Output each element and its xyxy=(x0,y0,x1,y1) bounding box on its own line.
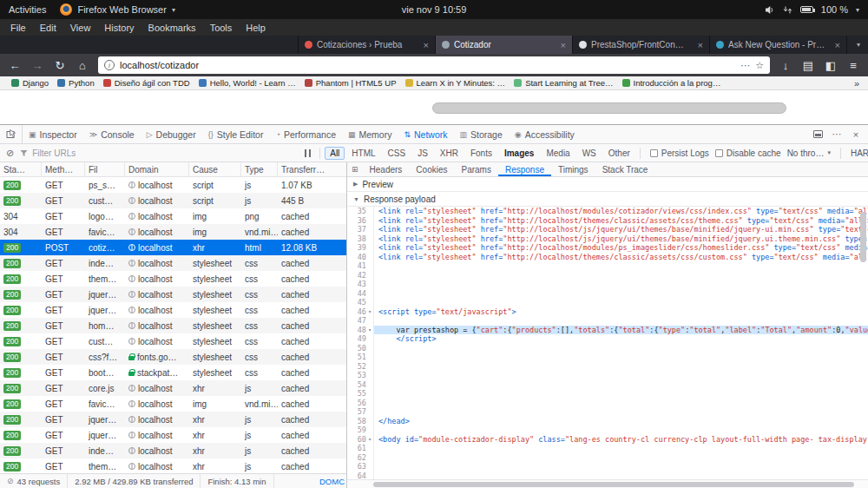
menu-view[interactable]: View xyxy=(63,19,98,36)
page-actions-icon[interactable]: ⋯ xyxy=(740,60,750,71)
bookmark-item[interactable]: Introducción a la prog… xyxy=(618,78,726,88)
request-row[interactable]: 200GETjquer…localhoststylesheetcsscached xyxy=(0,302,346,318)
node-picker-button[interactable] xyxy=(0,125,23,143)
horizontal-scrollbar[interactable] xyxy=(347,479,868,488)
line-number[interactable]: 47 xyxy=(347,316,366,326)
page-horizontal-scrollbar-thumb[interactable] xyxy=(432,102,786,114)
fold-icon[interactable]: ▾ xyxy=(366,307,374,317)
bookmark-item[interactable]: Diseño ágil con TDD xyxy=(99,78,194,88)
bookmark-item[interactable]: Start Learning at Tree… xyxy=(510,78,617,88)
response-payload-section-header[interactable]: ▼ Response payload xyxy=(347,192,868,207)
tab-close-icon[interactable]: × xyxy=(424,40,429,50)
tab-close-icon[interactable]: × xyxy=(835,40,840,50)
devtools-tab-console[interactable]: ≫Console xyxy=(83,125,141,143)
filter-fonts[interactable]: Fonts xyxy=(465,147,497,160)
filter-media[interactable]: Media xyxy=(541,147,575,160)
request-row[interactable]: 200GETjquer…localhostxhrjscached xyxy=(0,427,346,443)
line-number[interactable]: 52 xyxy=(347,362,366,372)
devtools-tab-memory[interactable]: ▦Memory xyxy=(342,125,398,143)
downloads-button[interactable]: ↓ xyxy=(775,56,796,75)
column-header[interactable]: Meth… xyxy=(42,162,85,176)
bookmarks-overflow-button[interactable]: » xyxy=(852,78,861,89)
line-number[interactable]: 62 xyxy=(347,453,366,463)
request-row[interactable]: 200GETjquer…localhoststylesheetcsscached xyxy=(0,287,346,302)
devtools-tab-accessibility[interactable]: ◉Accessibility xyxy=(509,125,581,143)
line-number[interactable]: 45 xyxy=(347,298,366,307)
browser-tab[interactable]: Cotizaciones › Prueba× xyxy=(299,36,436,54)
throttling-select[interactable]: No thro… ▾ xyxy=(787,148,831,158)
line-number[interactable]: 56 xyxy=(347,399,366,408)
filter-html[interactable]: HTML xyxy=(346,147,380,160)
column-header[interactable]: Type xyxy=(241,162,278,176)
persist-logs-checkbox[interactable]: Persist Logs xyxy=(650,148,709,158)
url-bar[interactable]: i localhost/cotizador ⋯ ☆ xyxy=(98,56,770,74)
line-number[interactable]: 46 xyxy=(347,307,366,317)
har-menu-button[interactable]: HAR ▾ xyxy=(851,148,868,158)
bookmark-item[interactable]: Phantom | HTML5 UP xyxy=(300,78,401,88)
bookmark-item[interactable]: Hello, World! - Learn … xyxy=(194,78,300,88)
bookmark-item[interactable]: Python xyxy=(53,78,99,88)
dock-side-button[interactable] xyxy=(809,130,826,138)
filter-ws[interactable]: WS xyxy=(577,147,602,160)
detail-tab-headers[interactable]: Headers xyxy=(363,162,410,176)
menu-history[interactable]: History xyxy=(97,19,141,36)
devtools-menu-button[interactable]: ⋯ xyxy=(828,129,845,140)
line-number[interactable]: 42 xyxy=(347,271,366,280)
line-number[interactable]: 49 xyxy=(347,334,366,344)
menu-help[interactable]: Help xyxy=(239,19,273,36)
request-row[interactable]: 304GETfavic…localhostimgvnd.mi…cached xyxy=(0,224,346,240)
detail-tab-timings[interactable]: Timings xyxy=(551,162,595,176)
vertical-scrollbar-thumb[interactable] xyxy=(860,212,866,262)
app-menu-button[interactable]: Firefox Web Browser ▾ xyxy=(60,3,175,16)
line-number[interactable]: 55 xyxy=(347,389,366,399)
request-row[interactable]: 200GETboot…stackpat…stylesheetcsscached xyxy=(0,365,346,380)
line-number[interactable]: 43 xyxy=(347,280,366,289)
line-number[interactable]: 35 xyxy=(347,207,366,216)
filter-xhr[interactable]: XHR xyxy=(435,147,464,160)
line-number[interactable]: 48 xyxy=(347,326,366,335)
pause-recording-button[interactable] xyxy=(305,149,311,157)
filter-css[interactable]: CSS xyxy=(383,147,411,160)
devtools-close-button[interactable]: × xyxy=(847,129,865,140)
devtools-tab-performance[interactable]: ◔Performance xyxy=(269,125,342,143)
hamburger-menu-button[interactable]: ≡ xyxy=(843,56,864,75)
detail-tab-response[interactable]: Response xyxy=(498,162,551,176)
request-row[interactable]: 200GETcust…localhostscriptjs445 B xyxy=(0,193,346,208)
request-row[interactable]: 200GETcust…localhoststylesheetcsscached xyxy=(0,333,346,349)
column-header[interactable]: Domain xyxy=(125,162,189,176)
line-number[interactable]: 64 xyxy=(347,472,366,480)
column-header[interactable]: Fil xyxy=(85,162,125,176)
request-row[interactable]: 200GETthem…localhostxhrjscached xyxy=(0,458,346,473)
menu-edit[interactable]: Edit xyxy=(33,19,63,36)
request-row[interactable]: 200GETfavic…localhostimgvnd.mi…cached xyxy=(0,396,346,412)
detail-tab-cookies[interactable]: Cookies xyxy=(409,162,454,176)
system-tray[interactable]: 100 % ▾ xyxy=(765,4,868,15)
filter-urls-input[interactable]: Filter URLs xyxy=(20,148,299,158)
line-number[interactable]: 54 xyxy=(347,380,366,390)
line-number[interactable]: 41 xyxy=(347,261,366,271)
request-row[interactable]: 304GETlogo…localhostimgpngcached xyxy=(0,208,346,224)
url-text[interactable]: localhost/cotizador xyxy=(120,60,735,70)
filter-js[interactable]: JS xyxy=(412,147,433,160)
request-row[interactable]: 200GETthem…localhoststylesheetcsscached xyxy=(0,271,346,287)
line-number[interactable]: 53 xyxy=(347,371,366,380)
request-row[interactable]: 200GEThom…localhoststylesheetcsscached xyxy=(0,318,346,333)
devtools-tab-debugger[interactable]: ▷Debugger xyxy=(141,125,202,143)
sidebar-button[interactable]: ◧ xyxy=(820,56,841,75)
filter-other[interactable]: Other xyxy=(603,147,635,160)
column-header[interactable]: Cause xyxy=(189,162,241,176)
request-row[interactable]: 200GETinde…localhostxhrjscached xyxy=(0,443,346,458)
line-number[interactable]: 60 xyxy=(347,435,366,445)
line-number[interactable]: 37 xyxy=(347,225,366,234)
line-number[interactable]: 38 xyxy=(347,234,366,244)
tab-close-icon[interactable]: × xyxy=(698,40,703,50)
request-row[interactable]: 200GETjquer…localhostxhrjscached xyxy=(0,412,346,427)
line-number[interactable]: 44 xyxy=(347,289,366,299)
reload-button[interactable]: ↻ xyxy=(49,56,70,75)
request-row[interactable]: 200GETps_s…localhostscriptjs1.07 KB xyxy=(0,177,346,193)
bookmark-item[interactable]: Learn X in Y Minutes: … xyxy=(401,78,510,88)
line-number[interactable]: 40 xyxy=(347,253,366,262)
request-row[interactable]: 200POSTcotiz…localhostxhrhtml12.08 KB xyxy=(0,240,346,255)
fold-icon[interactable]: ▾ xyxy=(366,435,374,445)
menu-tools[interactable]: Tools xyxy=(203,19,240,36)
